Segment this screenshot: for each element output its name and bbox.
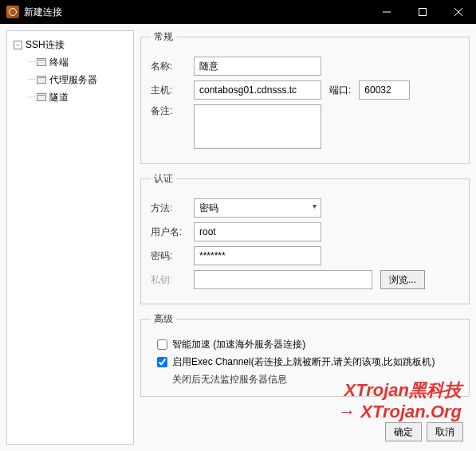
tree-item-tunnel[interactable]: ⋯ 隧道 [10,88,130,106]
maximize-button[interactable] [404,0,440,24]
password-input[interactable] [194,246,321,265]
page-icon [37,76,46,84]
exec-channel-label: 启用Exec Channel(若连接上就被断开,请关闭该项,比如跳板机) [172,355,435,369]
tree-root-label: SSH连接 [26,37,65,52]
user-label: 用户名: [151,226,186,239]
exec-channel-option[interactable]: 启用Exec Channel(若连接上就被断开,请关闭该项,比如跳板机) [157,355,459,369]
minimize-button[interactable] [368,0,404,24]
sidebar: − SSH连接 ⋯ 终端 ⋯ 代理服务器 ⋯ 隧道 [6,30,134,445]
pass-label: 密码: [151,249,186,263]
advanced-legend: 高级 [151,312,176,326]
page-icon [37,58,46,66]
tree-root[interactable]: − SSH连接 [10,36,130,53]
tree-item-terminal[interactable]: ⋯ 终端 [10,53,130,71]
window-title: 新建连接 [24,6,368,19]
ok-button[interactable]: 确定 [385,422,422,441]
auth-legend: 认证 [151,172,176,186]
smart-accel-option[interactable]: 智能加速 (加速海外服务器连接) [157,337,459,351]
window-controls [368,0,476,24]
remark-input[interactable] [194,104,321,149]
advanced-note: 关闭后无法监控服务器信息 [172,372,459,386]
port-label: 端口: [329,84,351,97]
host-label: 主机: [151,84,186,97]
remark-label: 备注: [151,104,186,118]
page-icon [37,93,46,101]
name-label: 名称: [151,60,186,73]
method-select[interactable]: 密码 [194,198,321,218]
general-legend: 常规 [151,30,176,44]
method-label: 方法: [151,202,186,215]
exec-channel-checkbox[interactable] [157,357,167,367]
host-input[interactable] [194,80,321,100]
titlebar: 新建连接 [0,0,476,24]
tree-connector-icon: ⋯ [28,90,35,104]
footer-buttons: 确定 取消 [385,422,463,441]
auth-group: 认证 方法: 密码 用户名: 密码: 私钥: 浏览... [140,172,470,304]
general-group: 常规 名称: 主机: 端口: 备注: [140,30,470,164]
key-input[interactable] [194,270,372,289]
key-label: 私钥: [151,273,186,287]
smart-accel-label: 智能加速 (加速海外服务器连接) [172,337,305,351]
main-panel: 常规 名称: 主机: 端口: 备注: 认证 方法: [140,30,470,445]
username-input[interactable] [194,222,321,241]
browse-button[interactable]: 浏览... [380,270,425,289]
name-input[interactable] [194,57,321,76]
app-icon [6,6,19,18]
collapse-icon[interactable]: − [14,41,22,49]
tree-item-label: 代理服务器 [49,73,97,87]
smart-accel-checkbox[interactable] [157,339,167,350]
tree-connector-icon: ⋯ [28,73,35,87]
tree-item-label: 终端 [49,55,69,69]
tree-item-label: 隧道 [49,90,69,104]
port-input[interactable] [359,80,410,100]
cancel-button[interactable]: 取消 [427,422,463,441]
content-area: − SSH连接 ⋯ 终端 ⋯ 代理服务器 ⋯ 隧道 常规 名称: 主机: [0,24,476,451]
svg-rect-1 [419,9,426,16]
advanced-group: 高级 智能加速 (加速海外服务器连接) 启用Exec Channel(若连接上就… [140,312,470,397]
close-button[interactable] [440,0,476,24]
tree-item-proxy[interactable]: ⋯ 代理服务器 [10,71,130,88]
tree-connector-icon: ⋯ [28,55,35,69]
